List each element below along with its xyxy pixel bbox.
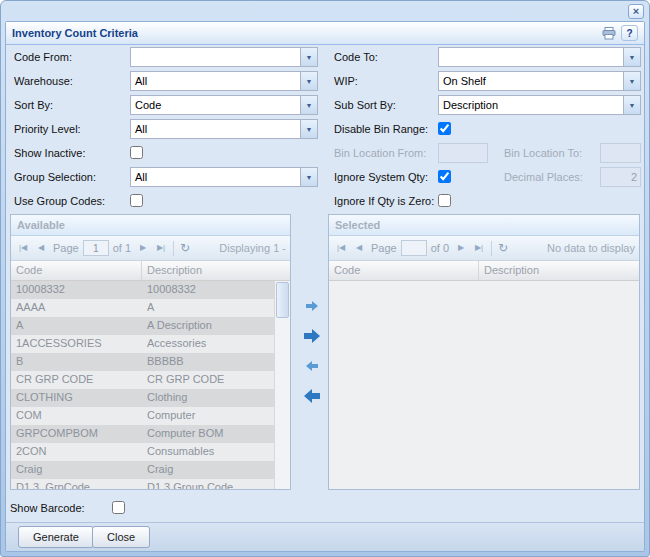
available-paging-toolbar: |◀ ◀ Page of 1 ▶ ▶| ↻ Displaying 1 - xyxy=(11,236,290,261)
table-row[interactable]: 2CONConsumables xyxy=(11,443,274,461)
move-all-left-button[interactable] xyxy=(297,383,327,409)
selected-grid: Selected |◀ ◀ Page of 0 ▶ ▶| ↻ No data t… xyxy=(328,214,640,490)
page-number-input[interactable] xyxy=(401,240,427,256)
table-row[interactable]: AAAAA xyxy=(11,299,274,317)
chevron-down-icon[interactable]: ▼ xyxy=(623,48,640,66)
chevron-down-icon[interactable]: ▼ xyxy=(623,72,640,90)
ignore-system-qty-checkbox[interactable] xyxy=(438,170,451,183)
chevron-down-icon[interactable]: ▼ xyxy=(300,120,317,138)
cell-description: Consumables xyxy=(142,443,274,461)
cell-code: D1.3. GrpCode xyxy=(11,479,142,489)
cell-code: COM xyxy=(11,407,142,425)
next-page-icon[interactable]: ▶ xyxy=(135,240,151,256)
sort-by-label: Sort By: xyxy=(14,95,53,115)
chevron-down-icon[interactable]: ▼ xyxy=(300,48,317,66)
toolbar-separator xyxy=(491,241,492,256)
selected-column-headers: Code Description xyxy=(329,261,639,281)
refresh-icon[interactable]: ↻ xyxy=(178,241,192,255)
move-all-right-button[interactable] xyxy=(297,323,327,349)
warehouse-value: All xyxy=(131,72,300,90)
table-row[interactable]: D1.3. GrpCodeD1.3 Group Code xyxy=(11,479,274,489)
sub-sort-by-value: Description xyxy=(439,96,623,114)
table-row[interactable]: 1000833210008332 xyxy=(11,281,274,299)
selected-paging-toolbar: |◀ ◀ Page of 0 ▶ ▶| ↻ No data to display xyxy=(329,236,639,261)
table-row[interactable]: COMComputer xyxy=(11,407,274,425)
cell-code: B xyxy=(11,353,142,371)
first-page-icon[interactable]: |◀ xyxy=(15,240,31,256)
show-inactive-label: Show Inactive: xyxy=(14,143,86,163)
first-page-icon[interactable]: |◀ xyxy=(333,240,349,256)
warehouse-combo[interactable]: All ▼ xyxy=(130,71,318,91)
prev-page-icon[interactable]: ◀ xyxy=(33,240,49,256)
wip-value: On Shelf xyxy=(439,72,623,90)
priority-level-combo[interactable]: All ▼ xyxy=(130,119,318,139)
cell-description: BBBBB xyxy=(142,353,274,371)
group-selection-combo[interactable]: All ▼ xyxy=(130,167,318,187)
disable-bin-range-checkbox[interactable] xyxy=(438,122,451,135)
help-icon[interactable]: ? xyxy=(621,25,638,41)
paging-status: No data to display xyxy=(547,242,635,254)
generate-button[interactable]: Generate xyxy=(18,526,94,548)
close-button[interactable]: Close xyxy=(92,526,150,548)
ignore-if-qty-zero-checkbox[interactable] xyxy=(438,194,451,207)
column-header-description[interactable]: Description xyxy=(479,261,639,280)
code-from-value xyxy=(131,48,300,66)
cell-description: 10008332 xyxy=(142,281,274,299)
table-row[interactable]: CR GRP CODECR GRP CODE xyxy=(11,371,274,389)
sort-by-combo[interactable]: Code ▼ xyxy=(130,95,318,115)
sub-sort-by-combo[interactable]: Description ▼ xyxy=(438,95,641,115)
panel-body: Code From: ▼ Warehouse: All ▼ Sort By: C… xyxy=(6,45,644,551)
column-header-code[interactable]: Code xyxy=(329,261,479,280)
code-to-combo[interactable]: ▼ xyxy=(438,47,641,67)
cell-code: A xyxy=(11,317,142,335)
column-header-description[interactable]: Description xyxy=(142,261,290,280)
chevron-down-icon[interactable]: ▼ xyxy=(300,96,317,114)
refresh-icon[interactable]: ↻ xyxy=(496,241,510,255)
column-header-code[interactable]: Code xyxy=(11,261,142,280)
last-page-icon[interactable]: ▶| xyxy=(153,240,169,256)
move-right-button[interactable] xyxy=(297,293,327,319)
table-row[interactable]: CraigCraig xyxy=(11,461,274,479)
page-number-input[interactable] xyxy=(83,240,109,256)
chevron-down-icon[interactable]: ▼ xyxy=(300,72,317,90)
cell-description: Clothing xyxy=(142,389,274,407)
table-row[interactable]: AA Description xyxy=(11,317,274,335)
cell-description: A Description xyxy=(142,317,274,335)
criteria-panel: Inventory Count Criteria ? Code From: ▼ xyxy=(5,21,645,552)
next-page-icon[interactable]: ▶ xyxy=(453,240,469,256)
vertical-scrollbar[interactable] xyxy=(274,281,290,489)
page-label: Page xyxy=(51,242,81,254)
code-from-combo[interactable]: ▼ xyxy=(130,47,318,67)
table-row[interactable]: BBBBBB xyxy=(11,353,274,371)
prev-page-icon[interactable]: ◀ xyxy=(351,240,367,256)
cell-code: AAAA xyxy=(11,299,142,317)
chevron-down-icon[interactable]: ▼ xyxy=(623,96,640,114)
toolbar-separator xyxy=(173,241,174,256)
footer-button-bar: Generate Close xyxy=(6,522,644,551)
last-page-icon[interactable]: ▶| xyxy=(471,240,487,256)
wip-label: WIP: xyxy=(334,71,358,91)
move-left-button[interactable] xyxy=(297,353,327,379)
code-to-value xyxy=(439,48,623,66)
table-row[interactable]: 1ACCESSORIESAccessories xyxy=(11,335,274,353)
print-icon[interactable] xyxy=(600,25,617,41)
scrollbar-thumb[interactable] xyxy=(276,282,289,318)
cell-code: Craig xyxy=(11,461,142,479)
selected-rows-empty xyxy=(329,281,639,489)
priority-level-label: Priority Level: xyxy=(14,119,81,139)
close-icon[interactable]: × xyxy=(628,4,644,19)
use-group-codes-checkbox[interactable] xyxy=(130,194,143,207)
table-row[interactable]: GRPCOMPBOMComputer BOM xyxy=(11,425,274,443)
page-of-label: of 0 xyxy=(429,242,451,254)
chevron-down-icon[interactable]: ▼ xyxy=(300,168,317,186)
sub-sort-by-label: Sub Sort By: xyxy=(334,95,396,115)
cell-code: GRPCOMPBOM xyxy=(11,425,142,443)
bin-location-from-label: Bin Location From: xyxy=(334,143,426,163)
disable-bin-range-label: Disable Bin Range: xyxy=(334,119,428,139)
cell-code: 2CON xyxy=(11,443,142,461)
table-row[interactable]: CLOTHINGClothing xyxy=(11,389,274,407)
wip-combo[interactable]: On Shelf ▼ xyxy=(438,71,641,91)
ignore-if-qty-zero-label: Ignore If Qty is Zero: xyxy=(334,191,434,211)
show-inactive-checkbox[interactable] xyxy=(130,146,143,159)
show-barcode-checkbox[interactable] xyxy=(112,501,125,514)
